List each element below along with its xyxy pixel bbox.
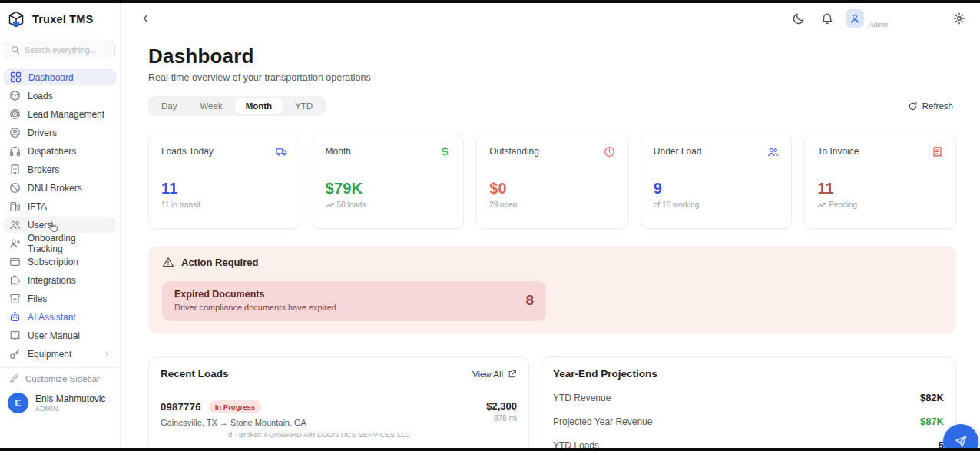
stat-card-under-load[interactable]: Under Load 9 of 16 working (641, 134, 793, 229)
expired-documents-alert[interactable]: Expired Documents Driver compliance docu… (162, 281, 546, 321)
sidebar-item-label: Loads (28, 91, 53, 101)
sidebar-item-ifta[interactable]: IFTA (4, 198, 116, 214)
bell-icon (821, 12, 833, 25)
sidebar-item-label: Drivers (28, 128, 57, 138)
stat-subtitle: Pending (829, 201, 857, 209)
users-icon (767, 146, 779, 158)
refresh-icon (908, 101, 918, 111)
app-title: Truxel TMS (32, 13, 93, 25)
sidebar-search[interactable] (5, 41, 115, 58)
stat-label: Outstanding (489, 146, 539, 157)
dark-mode-toggle[interactable] (789, 8, 809, 28)
projections-title: Year-End Projections (553, 368, 657, 380)
target-icon (9, 108, 21, 120)
archive-icon (9, 293, 21, 304)
fuel-pump-icon (9, 201, 21, 212)
projection-value: $87K (920, 416, 944, 427)
sidebar-item-label: AI Assistant (28, 312, 76, 323)
stat-card-to-invoice[interactable]: To Invoice 11 Pending (804, 134, 956, 229)
alert-circle-icon (604, 146, 615, 158)
stat-value: $0 (489, 180, 615, 197)
load-list-item[interactable]: 0987776 In Progress Gainesville, TX → St… (161, 400, 517, 439)
alert-title: Expired Documents (174, 289, 336, 300)
key-icon (9, 348, 21, 360)
sidebar-item-dispatchers[interactable]: Dispatchers (4, 143, 116, 159)
app-logo[interactable]: Truxel TMS (0, 3, 120, 34)
avatar: E (8, 393, 28, 413)
gear-icon (953, 12, 965, 25)
sidebar-item-equipment[interactable]: Equipment (4, 346, 116, 362)
sidebar-item-user-manual[interactable]: User Manual (4, 327, 116, 343)
sidebar-item-ai-assistant[interactable]: AI Assistant (4, 309, 116, 325)
receipt-icon (932, 146, 943, 158)
sidebar-item-users[interactable]: Users (4, 217, 116, 233)
stat-subtitle: 29 open (489, 201, 517, 209)
truck-icon (276, 146, 287, 158)
search-input[interactable] (25, 45, 101, 55)
sidebar-item-onboarding-tracking[interactable]: Onboarding Tracking (4, 235, 116, 251)
dashboard-main: Dashboard Real-time overview of your tra… (121, 34, 980, 448)
sidebar-item-label: Subscription (28, 257, 78, 267)
sidebar-item-integrations[interactable]: Integrations (4, 272, 116, 288)
stat-card-month[interactable]: Month $79K 50 loads (313, 134, 465, 229)
action-required-panel: Action Required Expired Documents Driver… (148, 246, 956, 333)
customize-sidebar-button[interactable]: Customize Sidebar (0, 367, 120, 388)
users-icon (9, 219, 21, 230)
stat-value: $79K (326, 180, 452, 197)
year-end-projections-panel: Year-End Projections YTD Revenue $82K Pr… (541, 356, 956, 448)
moon-icon (793, 12, 805, 25)
paper-plane-icon (954, 435, 968, 449)
account-button[interactable] (846, 9, 864, 28)
trend-up-icon (326, 201, 334, 208)
app-window: Truxel TMS Dashboard Loads (0, 0, 980, 451)
sidebar-item-lead-management[interactable]: Lead Management (4, 106, 116, 122)
dashboard-grid-icon (10, 71, 22, 83)
stat-card-loads-today[interactable]: Loads Today 11 11 in transit (148, 134, 300, 229)
sidebar-item-drivers[interactable]: Drivers (4, 124, 116, 141)
stat-subtitle: of 16 working (654, 201, 699, 209)
page-title: Dashboard (148, 45, 956, 68)
chevron-right-icon (103, 350, 111, 358)
tab-month[interactable]: Month (235, 98, 283, 114)
stat-value: 9 (654, 180, 780, 197)
admin-label: Admin (869, 21, 888, 28)
stat-card-outstanding[interactable]: Outstanding $0 29 open (476, 134, 628, 229)
sidebar-item-dnu-brokers[interactable]: DNU Brokers (4, 180, 116, 196)
recent-loads-panel: Recent Loads View All 0987776 In Progres… (148, 356, 529, 448)
view-all-label: View All (472, 370, 503, 379)
external-link-icon (508, 370, 517, 379)
view-all-button[interactable]: View All (472, 370, 517, 379)
settings-button[interactable] (949, 8, 969, 28)
projection-row-ytd-loads: YTD Loads 5 (553, 439, 944, 448)
projection-row-ytd-revenue: YTD Revenue $82K (553, 392, 944, 403)
sidebar-item-dashboard[interactable]: Dashboard (4, 69, 116, 85)
ban-circle-icon (9, 182, 21, 194)
sidebar-item-subscription[interactable]: Subscription (4, 254, 116, 270)
puzzle-icon (9, 274, 21, 286)
sidebar-item-label: Brokers (28, 164, 59, 175)
refresh-button[interactable]: Refresh (908, 101, 953, 111)
notifications-button[interactable] (817, 8, 837, 28)
stat-label: Loads Today (161, 146, 214, 157)
dollar-icon (439, 146, 451, 158)
sidebar-user-profile[interactable]: E Enis Mahmutovic ADMIN (0, 388, 120, 418)
page-subtitle: Real-time overview of your transportatio… (148, 72, 956, 83)
stat-subtitle: 50 loads (337, 201, 366, 209)
sidebar-item-brokers[interactable]: Brokers (4, 161, 116, 177)
stat-cards-row: Loads Today 11 11 in transit Month $79K (148, 134, 956, 229)
tab-day[interactable]: Day (151, 98, 187, 114)
sidebar-item-loads[interactable]: Loads (4, 88, 116, 104)
search-icon (11, 45, 20, 55)
stat-label: To Invoice (817, 146, 859, 157)
user-icon (849, 13, 860, 24)
action-required-title: Action Required (181, 257, 258, 268)
projection-label: YTD Loads (553, 440, 599, 449)
tab-week[interactable]: Week (189, 98, 233, 114)
warning-triangle-icon (162, 257, 174, 268)
tab-ytd[interactable]: YTD (284, 98, 323, 114)
sidebar-item-label: DNU Brokers (28, 183, 82, 194)
sidebar-item-files[interactable]: Files (4, 290, 116, 307)
load-route: Gainesville, TX → Stone Mountain, GA (161, 418, 410, 427)
collapse-sidebar-button[interactable] (141, 13, 151, 24)
alert-description: Driver compliance documents have expired (174, 303, 336, 312)
